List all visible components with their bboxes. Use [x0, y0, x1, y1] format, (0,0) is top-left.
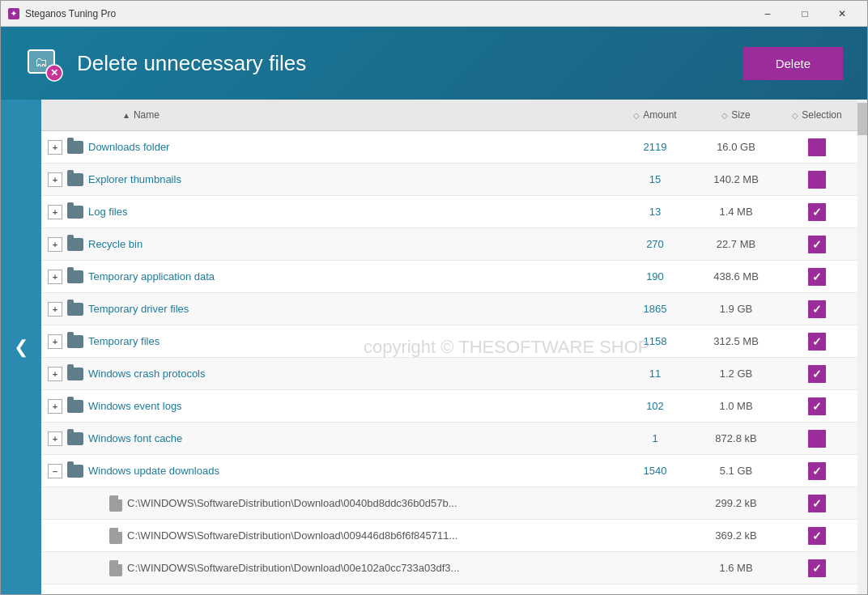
- table-row: +Temporary files1158312.5 MB: [41, 325, 857, 358]
- row-amount: 13: [615, 201, 696, 223]
- page-title: Delete unnecessary files: [77, 51, 743, 76]
- expand-button[interactable]: +: [48, 205, 62, 219]
- checkbox-checked[interactable]: [808, 559, 826, 577]
- row-amount: 1158: [615, 330, 696, 352]
- row-selection[interactable]: [777, 166, 857, 193]
- col-amount[interactable]: ◇ Amount: [615, 106, 696, 124]
- row-amount: 1540: [615, 460, 696, 482]
- delete-button[interactable]: Delete: [743, 47, 843, 80]
- row-name-cell: C:\WINDOWS\SoftwareDistribution\Download…: [41, 555, 615, 581]
- row-name-cell: +Log files: [41, 200, 615, 224]
- row-label: Temporary files: [88, 335, 160, 347]
- content-area: ❮ copyright © THESOFTWARE SHOP ▲ Name ◇ …: [1, 100, 867, 594]
- row-selection[interactable]: [777, 555, 857, 582]
- row-label: C:\WINDOWS\SoftwareDistribution\Download…: [127, 562, 459, 574]
- checkbox-checked[interactable]: [808, 397, 826, 415]
- row-name-cell: +Windows event logs: [41, 394, 615, 419]
- row-amount: [615, 563, 696, 573]
- checkbox-checked[interactable]: [808, 462, 826, 480]
- expand-button[interactable]: +: [48, 140, 62, 155]
- expand-button[interactable]: +: [48, 334, 62, 349]
- expand-button[interactable]: +: [48, 237, 62, 252]
- col-size[interactable]: ◇ Size: [696, 106, 777, 124]
- table-row: +Temporary driver files18651.9 GB: [41, 293, 857, 325]
- row-selection[interactable]: [777, 490, 857, 517]
- checkbox-checked[interactable]: [808, 333, 826, 351]
- row-selection[interactable]: [777, 457, 857, 485]
- row-selection[interactable]: [777, 263, 857, 291]
- col-name[interactable]: ▲ Name: [41, 106, 615, 124]
- row-amount: 102: [615, 395, 696, 417]
- row-name-cell: C:\WINDOWS\SoftwareDistribution\Download…: [41, 523, 615, 549]
- checkbox-partial[interactable]: [808, 430, 826, 448]
- row-selection[interactable]: [777, 425, 857, 453]
- row-selection[interactable]: [777, 198, 857, 226]
- svg-text:✦: ✦: [11, 10, 17, 18]
- table-row: +Log files131.4 MB: [41, 196, 857, 228]
- sort-asc-icon: ▲: [122, 111, 130, 120]
- maximize-button[interactable]: □: [786, 1, 823, 27]
- table-row: –Windows update downloads15405.1 GB: [41, 455, 857, 487]
- row-label: Windows crash protocols: [88, 368, 206, 380]
- row-selection[interactable]: [777, 393, 857, 420]
- row-name-cell: +Temporary driver files: [41, 297, 615, 321]
- expand-button[interactable]: +: [48, 399, 62, 414]
- row-selection[interactable]: [777, 231, 857, 258]
- col-selection[interactable]: ◇ Selection: [777, 106, 857, 124]
- row-name-cell: +Windows font cache: [41, 427, 615, 451]
- table-row: +Windows event logs1021.0 MB: [41, 390, 857, 423]
- app-icon: ✦: [7, 7, 20, 20]
- title-bar: ✦ Steganos Tuning Pro – □ ✕: [1, 1, 867, 27]
- checkbox-partial[interactable]: [808, 171, 826, 189]
- row-name-cell: –Windows update downloads: [41, 459, 615, 483]
- checkbox-checked[interactable]: [808, 236, 826, 253]
- row-selection[interactable]: [777, 134, 857, 161]
- row-amount: 270: [615, 233, 696, 255]
- svg-text:✕: ✕: [50, 67, 58, 79]
- table-row: +Recycle bin27022.7 MB: [41, 228, 857, 261]
- row-size: 872.8 kB: [696, 427, 777, 449]
- checkbox-checked[interactable]: [808, 495, 826, 512]
- row-name-cell: +Explorer thumbnails: [41, 168, 615, 192]
- expand-button[interactable]: +: [48, 172, 62, 187]
- folder-icon: [67, 270, 83, 283]
- scrollbar-thumb[interactable]: [857, 103, 867, 135]
- page-header: 🗂 ✕ Delete unnecessary files Delete: [1, 27, 867, 100]
- row-selection[interactable]: [777, 522, 857, 550]
- close-button[interactable]: ✕: [823, 1, 861, 27]
- back-nav-button[interactable]: ❮: [1, 100, 41, 594]
- expand-button[interactable]: +: [48, 302, 62, 317]
- checkbox-checked[interactable]: [808, 365, 826, 383]
- checkbox-checked[interactable]: [808, 203, 826, 221]
- row-size: 1.2 GB: [696, 363, 777, 385]
- scrollbar[interactable]: [857, 100, 867, 594]
- row-label: Downloads folder: [88, 141, 169, 153]
- expand-button[interactable]: –: [48, 464, 62, 478]
- row-amount: [615, 531, 696, 541]
- row-name-cell: +Downloads folder: [41, 135, 615, 159]
- checkbox-checked[interactable]: [808, 527, 826, 545]
- row-size: 438.6 MB: [696, 266, 777, 287]
- row-selection[interactable]: [777, 295, 857, 323]
- expand-button[interactable]: +: [48, 270, 62, 284]
- expand-button[interactable]: +: [48, 367, 62, 381]
- expand-button[interactable]: +: [48, 431, 62, 446]
- checkbox-checked[interactable]: [808, 268, 826, 286]
- row-label: Windows font cache: [88, 432, 182, 444]
- window-title: Steganos Tuning Pro: [25, 8, 749, 19]
- row-name-cell: +Windows crash protocols: [41, 362, 615, 386]
- row-name-cell: +Temporary files: [41, 329, 615, 354]
- minimize-button[interactable]: –: [749, 1, 786, 27]
- folder-icon: [67, 335, 83, 348]
- row-label: Windows event logs: [88, 400, 182, 412]
- row-label: Temporary application data: [88, 270, 215, 283]
- table-row: +Windows crash protocols111.2 GB: [41, 358, 857, 390]
- checkbox-partial[interactable]: [808, 138, 826, 156]
- checkbox-checked[interactable]: [808, 300, 826, 318]
- back-arrow-icon: ❮: [14, 337, 28, 358]
- sort-icon-amount: ◇: [633, 111, 640, 120]
- row-selection[interactable]: [777, 328, 857, 355]
- row-size: 312.5 MB: [696, 330, 777, 352]
- row-selection[interactable]: [777, 360, 857, 388]
- row-size: 299.2 kB: [696, 492, 777, 514]
